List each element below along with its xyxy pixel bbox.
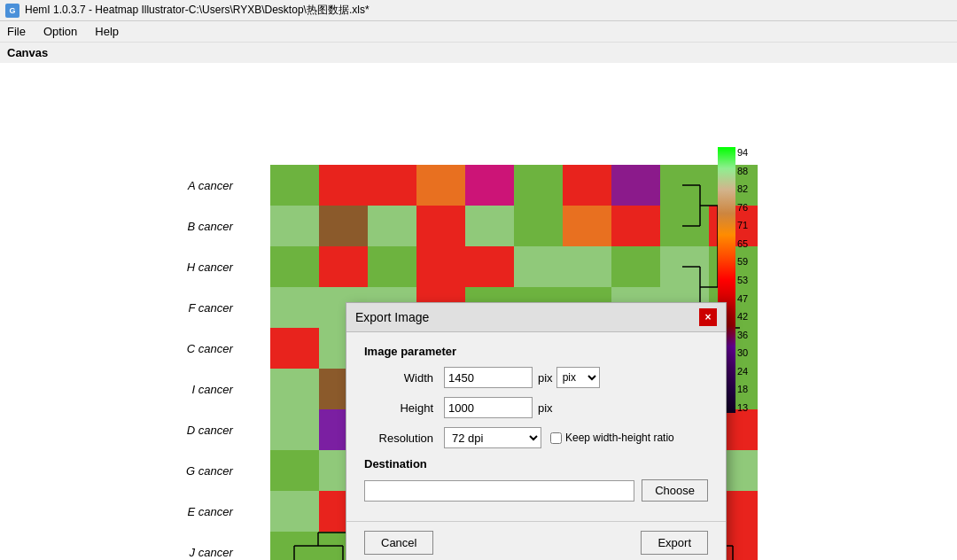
heatmap-cell — [514, 246, 563, 287]
export-button[interactable]: Export — [641, 531, 708, 555]
width-row: Width pix pix cm inch — [364, 367, 708, 388]
heatmap-cell — [270, 287, 319, 328]
heatmap-cell — [514, 206, 563, 246]
image-param-label: Image parameter — [364, 345, 708, 358]
destination-input[interactable] — [364, 480, 634, 502]
heatmap-cell — [270, 450, 319, 491]
heatmap-cell — [563, 246, 611, 287]
canvas-label: Canvas — [0, 43, 957, 63]
row-label: J cancer — [186, 532, 238, 560]
keep-ratio-label: Keep width-height ratio — [550, 432, 674, 444]
row-label: I cancer — [186, 369, 238, 409]
scale-label: 94 — [737, 147, 748, 158]
app-icon: G — [5, 4, 19, 18]
heatmap-cell — [563, 165, 611, 206]
heatmap-cell — [416, 165, 465, 206]
app-title: HemI 1.0.3.7 - Heatmap Illustrator-C:\Us… — [25, 3, 370, 18]
scale-label: 24 — [737, 366, 748, 377]
heatmap-cell — [368, 165, 416, 206]
dialog-close-button[interactable]: × — [699, 308, 717, 326]
row-label: E cancer — [186, 491, 238, 532]
heatmap-cell — [270, 206, 319, 246]
resolution-label: Resolution — [364, 432, 444, 445]
dialog-title: Export Image — [355, 310, 429, 324]
col-labels: CCND1RELBBTF3BRCA1RhoCSPC25ZMIZ1WNT5API3… — [270, 76, 758, 156]
heatmap-cell — [270, 246, 319, 287]
resolution-row: Resolution 72 dpi 150 dpi 300 dpi Keep w… — [364, 427, 708, 448]
heatmap-cell — [465, 165, 514, 206]
keep-ratio-checkbox[interactable] — [550, 432, 562, 444]
height-row: Height pix — [364, 397, 708, 418]
destination-label: Destination — [364, 457, 708, 471]
width-unit-label: pix — [538, 371, 553, 385]
heatmap-cell — [514, 165, 563, 206]
heatmap-cell — [270, 328, 319, 369]
scale-label: 88 — [737, 166, 748, 176]
height-unit-label: pix — [538, 401, 553, 415]
heatmap-cell — [270, 165, 319, 206]
heatmap-cell — [416, 206, 465, 246]
row-label: A cancer — [186, 165, 238, 206]
export-dialog: Export Image × Image parameter Width pix… — [346, 302, 727, 560]
heatmap-cell — [563, 206, 611, 246]
heatmap-cell — [465, 246, 514, 287]
heatmap-cell — [368, 246, 416, 287]
heatmap-cell — [319, 246, 368, 287]
menu-help[interactable]: Help — [91, 23, 122, 40]
scale-label: 65 — [737, 238, 748, 249]
width-label: Width — [364, 371, 444, 385]
heatmap-cell — [319, 206, 368, 246]
scale-label: 13 — [737, 402, 748, 413]
row-label: D cancer — [186, 409, 238, 450]
row-label: F cancer — [186, 287, 238, 328]
heatmap-cell — [611, 246, 660, 287]
scale-label: 82 — [737, 183, 748, 194]
menu-option[interactable]: Option — [40, 23, 81, 40]
height-label: Height — [364, 401, 444, 415]
row-label: C cancer — [186, 328, 238, 369]
heatmap-cell — [368, 206, 416, 246]
scale-label: 47 — [737, 293, 748, 304]
menu-bar: File Option Help — [0, 21, 957, 43]
row-label: G cancer — [186, 450, 238, 491]
main-area: CCND1RELBBTF3BRCA1RhoCSPC25ZMIZ1WNT5API3… — [0, 63, 957, 560]
scale-label: 18 — [737, 384, 748, 394]
heatmap-cell — [319, 165, 368, 206]
row-label: H cancer — [186, 246, 238, 287]
title-bar: G HemI 1.0.3.7 - Heatmap Illustrator-C:\… — [0, 0, 957, 21]
scale-label: 59 — [737, 256, 748, 267]
heatmap-cell — [270, 369, 319, 409]
heatmap-cell — [611, 165, 660, 206]
heatmap-cell — [416, 246, 465, 287]
row-label: B cancer — [186, 206, 238, 246]
width-input[interactable] — [444, 367, 533, 388]
width-unit-select[interactable]: pix cm inch — [556, 367, 600, 388]
row-labels: A cancerB cancerH cancerF cancerC cancer… — [186, 165, 238, 560]
scale-label: 71 — [737, 220, 748, 230]
scale-label: 76 — [737, 202, 748, 213]
destination-section: Destination Choose — [364, 457, 708, 502]
dialog-title-bar: Export Image × — [346, 303, 726, 332]
heatmap-cell — [270, 409, 319, 450]
scale-label: 53 — [737, 275, 748, 285]
scale-label: 42 — [737, 311, 748, 322]
heatmap-cell — [611, 206, 660, 246]
cancel-button[interactable]: Cancel — [364, 531, 433, 555]
height-input[interactable] — [444, 397, 533, 418]
resolution-select[interactable]: 72 dpi 150 dpi 300 dpi — [444, 427, 541, 448]
heatmap-cell — [465, 206, 514, 246]
scale-label: 30 — [737, 347, 748, 358]
choose-button[interactable]: Choose — [642, 479, 708, 502]
destination-row: Choose — [364, 479, 708, 502]
dialog-footer: Cancel Export — [346, 521, 726, 560]
dialog-body: Image parameter Width pix pix cm inch He… — [346, 332, 726, 514]
scale-label: 36 — [737, 330, 748, 340]
menu-file[interactable]: File — [4, 23, 29, 40]
